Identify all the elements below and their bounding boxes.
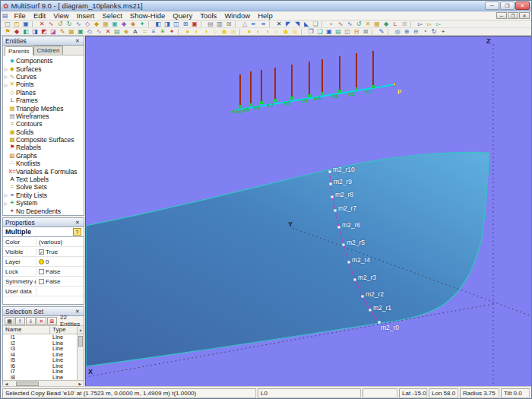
toolbar-icon[interactable]: ✕: [274, 21, 283, 28]
toolbar-icon[interactable]: ∿: [46, 21, 55, 28]
toolbar-icon[interactable]: ✦: [138, 21, 147, 28]
toolbar-icon[interactable]: ◥: [293, 21, 302, 28]
toolbar-icon[interactable]: ○: [211, 28, 220, 36]
toolbar-icon[interactable]: ✕: [103, 28, 112, 36]
tree-item[interactable]: ▷ ◆ Surfaces: [3, 65, 84, 72]
toolbar-icon[interactable]: ↻: [65, 21, 74, 28]
toolbar-icon[interactable]: ✳: [158, 28, 167, 36]
tree-item[interactable]: ▷ ▧ Graphs: [3, 152, 84, 160]
selection-tool-button[interactable]: ✕: [36, 317, 46, 325]
toolbar-icon[interactable]: ⊞: [224, 21, 233, 28]
tree-item[interactable]: ▷ ▦ Triangle Meshes: [3, 104, 84, 112]
toolbar-icon[interactable]: ◩: [40, 28, 49, 36]
toolbar-icon[interactable]: ✎: [377, 28, 386, 36]
menu-item[interactable]: Select: [98, 11, 125, 20]
toolbar-icon[interactable]: ◨: [30, 28, 40, 36]
toolbar-icon[interactable]: ▤: [112, 28, 122, 36]
vertical-scrollbar[interactable]: [77, 334, 84, 380]
toolbar-icon[interactable]: ↺: [55, 21, 65, 28]
toolbar-icon[interactable]: ◰: [12, 21, 21, 28]
toolbar-icon[interactable]: ◫: [172, 21, 181, 28]
tree-item[interactable]: ▷ ∴ Knotlists: [3, 160, 84, 167]
tree-item[interactable]: ▷ ▣ Solids: [3, 128, 84, 136]
toolbar-icon[interactable]: ❐: [306, 28, 315, 36]
toolbar-icon[interactable]: ❏: [315, 28, 325, 36]
toolbar-icon[interactable]: ◆: [119, 21, 128, 28]
checkbox-icon[interactable]: [39, 249, 44, 255]
toolbar-icon[interactable]: ▦: [67, 28, 76, 36]
selection-tool-button[interactable]: ▦: [5, 317, 14, 325]
entities-tab[interactable]: Parents: [5, 46, 33, 55]
window-control-button[interactable]: ✕: [515, 2, 530, 10]
toolbar-icon[interactable]: ⊟: [352, 28, 361, 36]
toolbar-icon[interactable]: A: [131, 28, 140, 36]
toolbar-icon[interactable]: ↻: [429, 28, 439, 36]
toolbar-icon[interactable]: ▤: [334, 28, 343, 36]
property-row[interactable]: Visible True: [3, 247, 84, 257]
toolbar-icon[interactable]: ◑: [201, 28, 211, 36]
toolbar-icon[interactable]: ✎: [58, 28, 67, 36]
toolbar-icon[interactable]: ◔: [420, 28, 429, 36]
expander-icon[interactable]: ▷: [3, 201, 8, 206]
expander-icon[interactable]: ▷: [3, 192, 8, 198]
toolbar-icon[interactable]: ∿: [336, 21, 345, 28]
window-control-button[interactable]: ─: [485, 2, 499, 10]
scrollbar-thumb[interactable]: [78, 336, 83, 347]
checkbox-icon[interactable]: [39, 279, 44, 284]
property-row[interactable]: Color (various): [3, 237, 84, 247]
toolbar-icon[interactable]: ◆: [92, 21, 101, 28]
toolbar-icon[interactable]: ◇: [83, 21, 92, 28]
toolbar-icon[interactable]: [32, 21, 36, 27]
property-row[interactable]: Layer 0: [3, 257, 84, 267]
child-window-control[interactable]: ❐: [508, 12, 518, 19]
child-window-control[interactable]: ✕: [519, 12, 530, 19]
toolbar-icon[interactable]: ◉: [281, 28, 290, 36]
toolbar-icon[interactable]: ▣: [110, 21, 119, 28]
toolbar-icon[interactable]: =: [140, 28, 149, 36]
expander-icon[interactable]: ▷: [3, 66, 8, 71]
menu-item[interactable]: Tools: [196, 11, 220, 20]
tree-item[interactable]: ▷ X= Variables & Formulas: [3, 167, 84, 175]
toolbar-icon[interactable]: △: [240, 21, 249, 28]
selection-tool-button[interactable]: ⇑: [15, 317, 25, 325]
toolbar-icon[interactable]: [388, 29, 391, 35]
scroll-up-icon[interactable]: ▲: [77, 326, 84, 334]
close-icon[interactable]: ✕: [74, 220, 81, 226]
toolbar-icon[interactable]: ◈: [122, 28, 131, 36]
toolbar-icon[interactable]: ▦: [101, 21, 110, 28]
close-icon[interactable]: ✕: [74, 38, 81, 44]
toolbar-icon[interactable]: ✦: [167, 28, 176, 36]
toolbar-icon[interactable]: ▣: [190, 21, 199, 28]
toolbar-icon[interactable]: ≡: [149, 28, 158, 36]
toolbar-icon[interactable]: [178, 29, 182, 35]
toolbar-icon[interactable]: ↺: [354, 21, 363, 28]
tree-item[interactable]: ▷ = Solve Sets: [3, 183, 84, 191]
toolbar-icon[interactable]: ◎: [290, 28, 299, 36]
menu-item[interactable]: Insert: [73, 11, 99, 20]
toolbar-icon[interactable]: [201, 21, 204, 27]
toolbar-icon[interactable]: [301, 29, 305, 35]
toolbar-icon[interactable]: ◆: [12, 28, 21, 36]
toolbar-icon[interactable]: ⊞: [400, 21, 409, 28]
table-row[interactable]: l8 Line: [3, 375, 84, 381]
toolbar-icon[interactable]: ✕: [37, 21, 46, 28]
toolbar-icon[interactable]: ⊕: [402, 28, 411, 36]
toolbar-icon[interactable]: ⚑: [3, 28, 12, 36]
toolbar-icon[interactable]: ▤: [206, 21, 215, 28]
toolbar-icon[interactable]: ◧: [154, 21, 163, 28]
toolbar-icon[interactable]: ●: [183, 28, 192, 36]
menu-item[interactable]: Edit: [30, 11, 49, 20]
toolbar-icon[interactable]: ∿: [94, 28, 103, 36]
tree-item[interactable]: ▷ ≡ Entity Lists: [3, 192, 84, 199]
scroll-left-icon[interactable]: ◀: [3, 382, 10, 386]
toolbar-icon[interactable]: ◐: [254, 28, 263, 36]
toolbar-icon[interactable]: ▢: [3, 21, 12, 28]
toolbar-icon[interactable]: ◆: [382, 21, 391, 28]
property-row[interactable]: Symmetry exempt False: [3, 277, 84, 287]
toolbar-icon[interactable]: ●: [245, 28, 254, 36]
toolbar-icon[interactable]: ▻: [425, 21, 434, 28]
toolbar-icon[interactable]: ∿: [345, 21, 354, 28]
property-row[interactable]: Lock False: [3, 267, 84, 277]
toolbar-icon[interactable]: ✕: [363, 21, 372, 28]
tree-item[interactable]: ▷ ◈ Components: [3, 57, 84, 65]
